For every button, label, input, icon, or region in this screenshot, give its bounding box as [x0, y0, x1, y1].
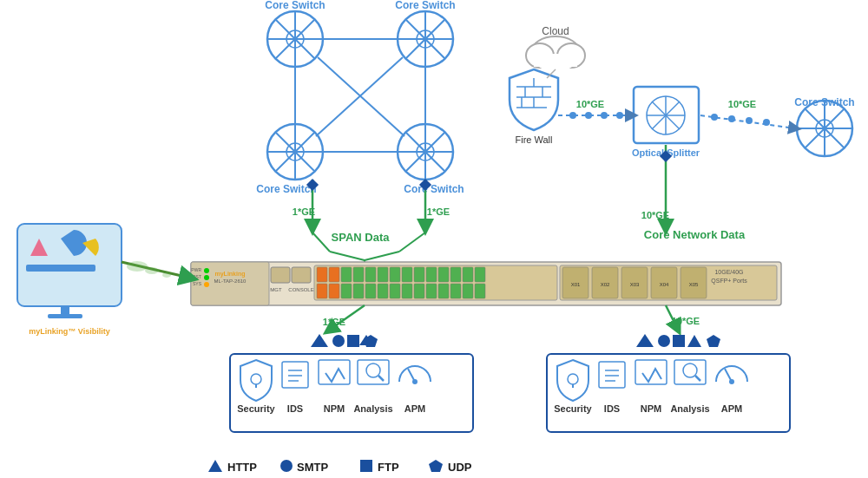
svg-rect-45 [534, 54, 577, 67]
svg-point-87 [204, 275, 209, 280]
svg-rect-118 [402, 284, 412, 298]
left-analysis-label: Analysis [353, 403, 392, 414]
svg-rect-111 [317, 284, 327, 298]
svg-rect-182 [48, 314, 82, 318]
label-core-switch-tl: Core Switch [265, 0, 325, 11]
svg-marker-147 [636, 334, 654, 347]
svg-point-148 [658, 335, 670, 347]
svg-text:X01: X01 [571, 282, 581, 287]
svg-line-38 [330, 252, 365, 260]
svg-text:myLinking: myLinking [214, 271, 245, 278]
left-security-label: Security [237, 403, 275, 414]
svg-text:10GE/40G: 10GE/40G [714, 269, 743, 275]
smtp-legend-label: SMTP [297, 461, 328, 474]
right-apm-label: APM [721, 403, 742, 414]
svg-marker-150 [687, 335, 701, 347]
svg-rect-109 [463, 267, 473, 282]
svg-rect-122 [450, 284, 461, 298]
svg-text:QSFP+ Ports: QSFP+ Ports [711, 278, 747, 285]
left-ids-label: IDS [287, 403, 303, 414]
svg-text:1*GE: 1*GE [323, 317, 345, 327]
svg-text:1*GE: 1*GE [427, 206, 450, 217]
svg-rect-102 [378, 267, 388, 282]
svg-rect-121 [438, 284, 449, 298]
svg-line-37 [399, 232, 425, 252]
svg-point-188 [280, 460, 293, 472]
right-npm-label: NPM [641, 403, 661, 414]
svg-point-184 [127, 261, 148, 272]
svg-rect-116 [378, 284, 388, 298]
udp-legend-label: UDP [448, 461, 472, 474]
label-core-switch-br: Core Switch [404, 183, 464, 195]
svg-rect-101 [365, 267, 376, 282]
svg-text:10*GE: 10*GE [641, 210, 669, 220]
svg-line-28 [318, 57, 404, 136]
label-core-switch-tr: Core Switch [395, 0, 455, 11]
svg-text:10*GE: 10*GE [672, 316, 700, 326]
svg-point-177 [729, 379, 734, 384]
label-core-switch-right: Core Switch [794, 96, 854, 108]
svg-point-76 [763, 119, 770, 126]
ftp-legend-label: FTP [378, 461, 399, 474]
svg-text:ML-TAP-2610: ML-TAP-2610 [214, 278, 247, 284]
svg-rect-189 [360, 460, 372, 472]
svg-rect-112 [329, 284, 339, 298]
http-legend-label: HTTP [227, 461, 257, 474]
svg-text:SYS: SYS [193, 281, 202, 286]
brand-label: myLinking™ Visibility [29, 327, 109, 336]
svg-text:RST: RST [193, 274, 201, 279]
svg-point-75 [746, 117, 753, 124]
svg-rect-117 [390, 284, 400, 298]
svg-rect-83 [191, 262, 269, 305]
svg-line-29 [316, 57, 403, 136]
svg-rect-119 [414, 284, 424, 298]
svg-text:X04: X04 [660, 282, 669, 287]
svg-rect-93 [292, 267, 311, 283]
svg-point-86 [204, 268, 209, 273]
svg-point-73 [711, 114, 718, 121]
svg-rect-120 [426, 284, 437, 298]
svg-marker-140 [311, 334, 328, 347]
svg-rect-99 [341, 267, 352, 282]
core-network-data-label: Core Network Data [644, 228, 746, 241]
svg-line-39 [365, 252, 399, 260]
svg-marker-187 [208, 460, 222, 472]
svg-rect-149 [673, 335, 685, 347]
span-data-label: SPAN Data [332, 231, 391, 244]
svg-point-186 [162, 272, 171, 278]
svg-rect-142 [347, 335, 359, 347]
svg-text:PWR: PWR [191, 267, 201, 272]
svg-text:10*GE: 10*GE [728, 99, 756, 109]
firewall-label: Fire Wall [516, 134, 553, 145]
right-analysis-label: Analysis [670, 403, 709, 414]
left-apm-label: APM [404, 403, 425, 414]
svg-point-71 [616, 112, 623, 119]
svg-rect-113 [341, 284, 352, 298]
svg-rect-98 [329, 267, 339, 282]
svg-point-164 [412, 379, 418, 384]
svg-rect-105 [414, 267, 424, 282]
svg-rect-123 [463, 284, 473, 298]
svg-point-69 [585, 112, 592, 119]
svg-rect-108 [450, 267, 461, 282]
svg-rect-106 [426, 267, 437, 282]
svg-rect-92 [271, 267, 290, 283]
svg-text:10*GE: 10*GE [576, 99, 604, 109]
right-security-label: Security [554, 403, 592, 414]
svg-marker-190 [429, 460, 443, 472]
svg-text:X05: X05 [689, 282, 699, 287]
right-ids-label: IDS [604, 403, 620, 414]
svg-text:MGT: MGT [270, 287, 282, 292]
cloud-label: Cloud [542, 25, 569, 37]
svg-text:CONSOLE: CONSOLE [288, 287, 313, 292]
svg-text:X02: X02 [601, 282, 610, 287]
svg-rect-103 [390, 267, 400, 282]
svg-point-74 [728, 115, 735, 122]
svg-rect-115 [365, 284, 376, 298]
svg-marker-151 [707, 335, 720, 347]
svg-rect-100 [353, 267, 364, 282]
svg-rect-180 [26, 265, 95, 272]
svg-text:X03: X03 [630, 282, 640, 287]
svg-rect-107 [438, 267, 449, 282]
svg-rect-97 [317, 267, 327, 282]
